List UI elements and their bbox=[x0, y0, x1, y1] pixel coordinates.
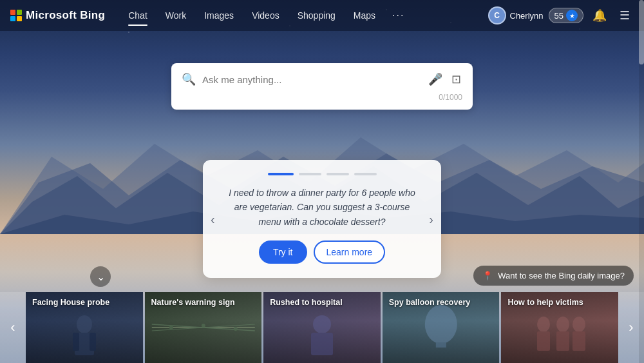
svg-point-4 bbox=[77, 315, 92, 333]
carousel-dots bbox=[222, 173, 422, 175]
svg-point-22 bbox=[573, 317, 585, 332]
carousel-dot-3[interactable] bbox=[327, 173, 349, 175]
nav-shopping[interactable]: Shopping bbox=[290, 6, 343, 25]
svg-point-14 bbox=[313, 315, 331, 333]
logo-squares bbox=[10, 10, 22, 21]
nav-images[interactable]: Images bbox=[196, 6, 242, 25]
logo-text: Microsoft Bing bbox=[26, 9, 105, 22]
news-section: ‹ Facing House probe Nature's warning si… bbox=[0, 292, 644, 363]
logo-sq-green bbox=[17, 10, 22, 15]
search-container: 🔍 🎤 ⊡ 0/1000 bbox=[171, 63, 473, 110]
svg-rect-6 bbox=[73, 333, 79, 351]
svg-point-13 bbox=[233, 327, 237, 331]
nav-links: Chat Work Images Videos Shopping Maps ··… bbox=[120, 6, 488, 25]
svg-rect-7 bbox=[90, 333, 96, 351]
scrollbar-thumb[interactable] bbox=[639, 0, 644, 64]
logo[interactable]: Microsoft Bing bbox=[10, 9, 105, 22]
scrollbar[interactable] bbox=[639, 0, 644, 363]
nav-right: C Cherlynn 55 ★ 🔔 ☰ bbox=[488, 5, 634, 26]
news-card-4[interactable]: Spy balloon recovery bbox=[383, 292, 500, 363]
carousel-dot-2[interactable] bbox=[299, 173, 321, 175]
search-counter: 0/1000 bbox=[182, 93, 462, 102]
svg-point-11 bbox=[169, 326, 173, 329]
nav-maps[interactable]: Maps bbox=[346, 6, 383, 25]
scroll-down-button[interactable]: ⌄ bbox=[90, 266, 111, 287]
carousel-prev-button[interactable]: ‹ bbox=[207, 209, 219, 229]
reward-icon: ★ bbox=[566, 10, 578, 21]
try-it-button[interactable]: Try it bbox=[259, 240, 307, 264]
svg-rect-23 bbox=[573, 331, 585, 351]
news-card-3-title: Rushed to hospital bbox=[270, 297, 374, 308]
news-card-3[interactable]: Rushed to hospital bbox=[263, 292, 381, 363]
svg-rect-15 bbox=[311, 333, 333, 355]
carousel-prompt-text: I need to throw a dinner party for 6 peo… bbox=[222, 186, 422, 229]
learn-more-button[interactable]: Learn more bbox=[314, 240, 386, 264]
avatar: C bbox=[488, 6, 506, 25]
news-card-5[interactable]: How to help victims bbox=[501, 292, 618, 363]
navbar: Microsoft Bing Chat Work Images Videos S… bbox=[0, 0, 644, 31]
search-icon: 🔍 bbox=[182, 72, 196, 86]
menu-button[interactable]: ☰ bbox=[616, 5, 634, 26]
nav-videos[interactable]: Videos bbox=[244, 6, 287, 25]
points-badge[interactable]: 55 ★ bbox=[549, 8, 583, 23]
search-actions: 🎤 ⊡ bbox=[427, 71, 462, 88]
user-name: Cherlynn bbox=[510, 11, 544, 21]
search-row: 🔍 🎤 ⊡ bbox=[182, 71, 462, 88]
news-card-5-title: How to help victims bbox=[507, 297, 612, 308]
logo-sq-blue bbox=[10, 16, 15, 21]
svg-rect-21 bbox=[556, 331, 569, 351]
svg-point-20 bbox=[556, 317, 569, 332]
camera-button[interactable]: ⊡ bbox=[450, 71, 462, 88]
user-profile[interactable]: C Cherlynn bbox=[488, 6, 544, 25]
search-input[interactable] bbox=[202, 74, 421, 85]
logo-sq-red bbox=[10, 10, 15, 15]
daily-image-button[interactable]: 📍 Want to see the Bing daily image? bbox=[473, 266, 634, 286]
svg-point-18 bbox=[537, 317, 550, 332]
nav-more-button[interactable]: ··· bbox=[386, 6, 411, 25]
svg-point-16 bbox=[425, 305, 457, 344]
logo-sq-yellow bbox=[17, 16, 22, 21]
news-cards: Facing House probe Nature's warning sign bbox=[26, 292, 618, 363]
news-prev-button[interactable]: ‹ bbox=[0, 292, 26, 363]
search-box: 🔍 🎤 ⊡ 0/1000 bbox=[171, 63, 473, 110]
carousel-buttons: Try it Learn more bbox=[222, 240, 422, 264]
carousel-next-button[interactable]: › bbox=[425, 209, 437, 229]
svg-rect-17 bbox=[436, 342, 446, 348]
carousel-dot-1[interactable] bbox=[268, 173, 294, 175]
nav-work[interactable]: Work bbox=[158, 6, 194, 25]
daily-image-label: Want to see the Bing daily image? bbox=[498, 271, 625, 280]
location-icon: 📍 bbox=[482, 271, 493, 280]
carousel-dot-4[interactable] bbox=[354, 173, 377, 175]
notifications-button[interactable]: 🔔 bbox=[589, 5, 611, 26]
microphone-button[interactable]: 🎤 bbox=[427, 71, 444, 88]
points-value: 55 bbox=[554, 11, 564, 21]
news-card-1[interactable]: Facing House probe bbox=[26, 292, 143, 363]
svg-point-12 bbox=[201, 324, 205, 328]
nav-chat[interactable]: Chat bbox=[120, 6, 155, 25]
news-card-1-title: Facing House probe bbox=[32, 297, 137, 308]
news-card-2[interactable]: Nature's warning sign bbox=[145, 292, 262, 363]
svg-rect-19 bbox=[537, 331, 550, 351]
prompt-carousel: ‹ › I need to throw a dinner party for 6… bbox=[203, 160, 441, 278]
